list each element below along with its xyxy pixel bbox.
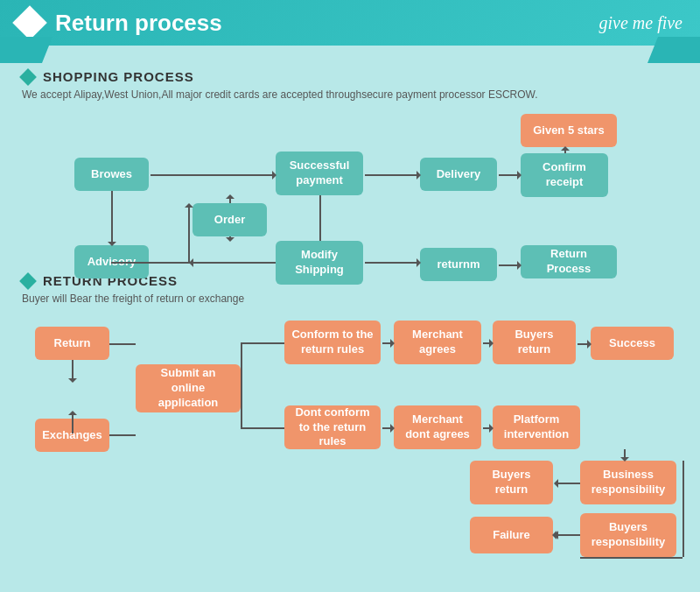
arrow-business-buyers2: [555, 483, 580, 484]
arrow-returnm-rp: [499, 264, 521, 266]
return-btn-box: Return: [35, 327, 109, 360]
header-diamond-icon: [12, 5, 47, 40]
arrow-submit-v-up: [241, 342, 242, 391]
dont-conform-box: Dont conform to the return rules: [284, 405, 381, 449]
arrow-business-buyers-resp-v: [682, 461, 684, 557]
shopping-diamond-icon: [19, 68, 37, 86]
arrow-return-down: [72, 360, 74, 382]
submit-online-box: Submit an online application: [136, 364, 241, 412]
arrow-submit-v-down: [241, 389, 242, 427]
shopping-section-header: SHOPPING PROCESS: [22, 69, 678, 84]
platform-box: Platform intervention: [493, 405, 580, 449]
merchant-dont-box: Merchant dont agrees: [394, 405, 481, 449]
return-process-box: Return Process: [521, 245, 617, 278]
modify-shipping-box: Modify Shipping: [276, 241, 363, 285]
arrow-payment-ms-v: [319, 195, 321, 241]
arrow-buyers-resp-left: [555, 534, 580, 536]
arrow-platform-down: [624, 449, 626, 461]
return-diamond-icon: [19, 272, 37, 290]
logo-text: give me five: [599, 13, 683, 33]
buyers-return2-box: Buyers return: [470, 461, 553, 504]
order-box: Order: [192, 203, 267, 236]
delivery-box: Delivery: [420, 158, 497, 191]
buyers-resp-box: Buyers responsibility: [580, 513, 676, 557]
arrow-business-buyers-resp-h: [580, 557, 682, 559]
return-subtitle: Buyer will Bear the freight of return or…: [22, 292, 678, 305]
arrow-delivery-confirm: [499, 174, 521, 176]
confirm-receipt-box: Confirm receipt: [521, 153, 608, 197]
returnm-box: returnm: [420, 248, 497, 281]
shopping-flow: Given 5 stars Browes Successful payment …: [22, 109, 678, 263]
return-flow: Return Exchanges Submit an online applic…: [22, 314, 678, 572]
arrow-browes-payment: [150, 174, 276, 176]
arrow-conform-merchant: [382, 342, 394, 344]
main-content: SHOPPING PROCESS We accept Alipay,West U…: [0, 46, 700, 585]
arrow-submit-down-h: [241, 427, 284, 429]
arrow-advisory-up: [188, 204, 190, 262]
arrow-ms-left: [190, 262, 276, 264]
arrow-return-right: [109, 343, 136, 345]
buyers-return1-box: Buyers return: [493, 321, 576, 364]
arrow-order-down: [229, 236, 231, 241]
shopping-title: SHOPPING PROCESS: [43, 69, 194, 84]
given-5-stars-box: Given 5 stars: [521, 114, 617, 147]
arrow-merchant-dont-platform: [483, 427, 493, 429]
arrow-exchanges-right: [109, 434, 136, 436]
business-resp-box: Business responsibility: [580, 461, 676, 504]
arrow-order-up: [229, 195, 231, 203]
header: Return process give me five: [0, 0, 700, 46]
success-box: Success: [591, 327, 674, 360]
conform-rules-box: Conform to the return rules: [284, 321, 381, 364]
arrow-confirm-stars: [564, 147, 566, 153]
arrow-buyers-success: [578, 343, 591, 345]
arrow-browes-down: [111, 191, 113, 245]
arrow-payment-delivery: [365, 174, 420, 176]
failure-box: Failure: [470, 517, 553, 553]
browes-box: Browes: [74, 158, 149, 191]
successful-payment-box: Successful payment: [276, 152, 363, 195]
arrow-exchanges-up: [72, 412, 74, 433]
page-title: Return process: [55, 10, 222, 37]
arrow-dont-merchant-dont: [382, 427, 394, 429]
arrow-ms-returnm: [365, 262, 420, 264]
arrow-merchant-buyers: [483, 342, 493, 344]
merchant-agrees-box: Merchant agrees: [394, 321, 481, 364]
shopping-subtitle: We accept Alipay,West Union,All major cr…: [22, 88, 678, 101]
arrow-advisory-left: [111, 262, 190, 264]
